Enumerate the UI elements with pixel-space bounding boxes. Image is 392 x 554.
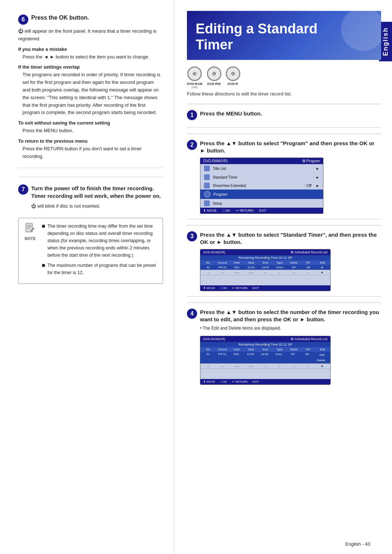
- step-4-screen: DVD-RAM(VR) ❂ Scheduled Record List Rema…: [200, 336, 331, 385]
- right-step-2-number: 2: [187, 140, 197, 150]
- s4-row1-edit: Edit Delete: [315, 353, 329, 363]
- s4-row1-source: PR 01: [216, 353, 229, 363]
- overlap-text: The programs are recorded in order of pr…: [18, 71, 163, 117]
- dvd-ram-label: DVD-RAM: [187, 82, 203, 86]
- s4-row2-mode: --: [287, 364, 300, 368]
- mistake-text: Press the ◄ ► button to select the item …: [18, 53, 163, 61]
- screen-menu-program: Program: [200, 190, 323, 199]
- dvd-ram-disc: [187, 66, 202, 81]
- step-6-number: 6: [18, 15, 28, 25]
- note-item-1: ■ The timer recording time may differ fr…: [42, 223, 158, 259]
- standard-timer-icon: [204, 174, 210, 180]
- note-box: NOTE ■ The timer recording time may diff…: [18, 218, 163, 284]
- title-list-icon: [204, 166, 210, 171]
- exit-label: To exit without saving the current setti…: [18, 120, 163, 126]
- s4-col-source: Source: [216, 348, 229, 351]
- disc-icons: DVD-RAM (VR) DVD-RW DVD-R: [187, 66, 381, 89]
- step-3-subtitle: Remaining Recording Time 02:12 SP: [200, 255, 330, 260]
- dvd-ram-sublabel: (VR): [192, 86, 197, 89]
- edit-delete-overlay: Edit Delete: [315, 353, 329, 363]
- step-3-footer-ok: □ OK: [220, 286, 227, 290]
- page-title-area: Editing a Standard Timer: [187, 11, 381, 60]
- note-label-column: NOTE: [23, 223, 37, 242]
- row2-no: --: [202, 271, 215, 274]
- step-3-row-2: -- --- ------ --:-- -- -- -- -- ►: [200, 270, 330, 275]
- step-6-icon: ⏻: [18, 28, 23, 34]
- edit-button[interactable]: Edit: [317, 353, 327, 357]
- s4-row2-date: ------: [230, 364, 243, 368]
- delete-button[interactable]: Delete: [315, 358, 327, 363]
- step-2-screen-footer: ⬆ MOVE □ OK ↩ RETURN EXIT: [200, 208, 323, 213]
- right-step-3-block: 3 Press the ▲▼ button to select "Standar…: [187, 231, 381, 297]
- standard-timer-arrow: ►: [316, 175, 319, 179]
- step-3-header-left: DVD-RAM(VR): [203, 250, 225, 254]
- showview-text: ShowView Extended: [213, 184, 246, 188]
- s4-row1-start: 12:00: [244, 353, 257, 363]
- overlap-label: If the timer settings overlap: [18, 64, 163, 70]
- page-title-line2: Timer: [196, 37, 372, 53]
- dvd-ram-inner: [193, 72, 196, 76]
- note-content: ■ The timer recording time may differ fr…: [42, 223, 158, 279]
- right-step-4-title: Press the ▲▼ button to select the number…: [200, 309, 381, 323]
- program-text: Program: [213, 192, 319, 196]
- col-no: No.: [202, 261, 215, 264]
- divider-4: [187, 302, 381, 303]
- row1-no: 01: [202, 266, 215, 269]
- screen-menu-setup: Setup: [200, 199, 323, 208]
- right-step-4-number: 4: [187, 309, 197, 319]
- step-2-screen: DVD-RAM(VR) ❂ Program Title List ► Stand…: [200, 158, 323, 214]
- row2-date: ------: [230, 271, 243, 274]
- return-text: Press the RETURN button if you don't wan…: [18, 145, 163, 160]
- col-end: End: [259, 261, 271, 264]
- s4-row1-vip: Off: [301, 353, 313, 363]
- s4-row2-no: --: [202, 364, 215, 368]
- step-4-header-left: DVD-RAM(VR): [203, 337, 225, 341]
- s4-col-start: Start: [245, 348, 257, 351]
- note-icon: [24, 223, 36, 234]
- step-7-number: 7: [18, 184, 28, 195]
- step-2-screen-header-right: ❂ Program: [302, 159, 320, 163]
- divider-1: [187, 104, 381, 104]
- mistake-label: If you make a mistake: [18, 46, 163, 52]
- s4-col-date: Date: [230, 348, 243, 351]
- step-2-screen-header: DVD-RAM(VR) ❂ Program: [200, 158, 323, 164]
- dvd-r-label: DVD-R: [228, 82, 238, 86]
- svg-rect-3: [27, 228, 30, 229]
- right-step-1-number: 1: [187, 110, 197, 120]
- right-step-3-number: 3: [187, 231, 197, 241]
- showview-arrow: ►: [316, 184, 319, 188]
- svg-rect-1: [27, 225, 31, 226]
- step-7-body: ⏻ will blink if disc is not inserted.: [31, 203, 163, 210]
- dvd-rw-label: DVD-RW: [207, 82, 221, 86]
- note-text-2: The maximum number of programs that can …: [48, 262, 158, 276]
- showview-value: : Off: [305, 184, 311, 188]
- s4-row1-end: 14:00: [258, 353, 271, 363]
- s4-col-end: End: [259, 348, 271, 351]
- dvd-rw-inner: [212, 72, 216, 76]
- row2-end: --: [259, 271, 271, 274]
- s4-col-edit: Edit: [316, 348, 329, 351]
- note-word: NOTE: [25, 236, 36, 242]
- step-4-footer-move: ⬆ MOVE: [203, 380, 215, 383]
- row1-type: Once: [273, 266, 286, 269]
- s4-col-vip: VIP: [302, 348, 314, 351]
- s4-row2-type: --: [273, 364, 286, 368]
- step-3-header-right: ❂ Scheduled Record List: [291, 250, 327, 254]
- right-step-3-title: Press the ▲▼ button to select "Standard …: [200, 231, 381, 245]
- page-number: English - 43: [345, 541, 370, 547]
- row2-type: --: [273, 271, 286, 274]
- step-6-block: 6 Press the OK button. ⏻ will appear on …: [18, 15, 163, 168]
- page-title: Editing a Standard Timer: [196, 21, 372, 53]
- step-3-empty-rows: [200, 275, 330, 285]
- step-3-footer: ⬆ MOVE □ OK ↩ RETURN EXIT: [200, 285, 330, 291]
- step-6-header: 6 Press the OK button.: [18, 15, 163, 25]
- col-vip: VIP: [302, 261, 314, 264]
- step-3-footer-exit: EXIT: [253, 286, 259, 290]
- s4-row2-end: --: [259, 364, 271, 368]
- s4-col-no: No.: [202, 348, 215, 351]
- step-3-screen: DVD-RAM(VR) ❂ Scheduled Record List Rema…: [200, 249, 331, 291]
- step-4-subtitle: Remaining Recording Time 02:12 SP: [200, 342, 330, 347]
- step-4-header-right: ❂ Scheduled Record List: [291, 337, 327, 341]
- step-4-screen-header: DVD-RAM(VR) ❂ Scheduled Record List: [200, 336, 330, 342]
- col-source: Source: [216, 261, 229, 264]
